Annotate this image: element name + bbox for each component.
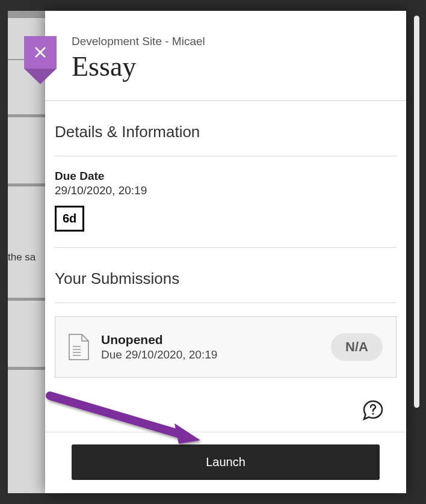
background-row — [8, 370, 45, 493]
panel-footer: Launch — [45, 432, 406, 493]
background-row — [8, 117, 45, 183]
assignment-panel: Development Site - Micael Essay Details … — [45, 11, 406, 493]
help-icon — [362, 399, 384, 422]
close-button[interactable] — [24, 36, 57, 69]
site-name: Development Site - Micael — [72, 35, 380, 48]
document-icon — [69, 334, 89, 360]
submission-info: Unopened Due 29/10/2020, 20:19 — [101, 333, 319, 361]
panel-header: Development Site - Micael Essay — [45, 11, 406, 101]
scrollbar[interactable] — [414, 16, 419, 408]
submission-card[interactable]: Unopened Due 29/10/2020, 20:19 N/A — [55, 316, 397, 378]
submissions-section-title: Your Submissions — [55, 248, 397, 303]
days-remaining-badge: 6d — [55, 206, 84, 232]
page-title: Essay — [72, 51, 380, 82]
details-section-title: Details & Information — [55, 101, 397, 156]
panel-content: Details & Information Due Date 29/10/202… — [45, 101, 406, 432]
grade-pill: N/A — [331, 333, 383, 361]
launch-button[interactable]: Launch — [72, 444, 380, 480]
background-row — [8, 301, 45, 367]
background-text: the sa — [8, 250, 45, 265]
help-button[interactable] — [362, 399, 384, 422]
svg-point-4 — [372, 413, 374, 414]
due-date-value: 29/10/2020, 20:19 — [55, 184, 397, 197]
background-row — [8, 186, 45, 298]
submission-status: Unopened — [101, 333, 319, 347]
submission-due-text: Due 29/10/2020, 20:19 — [101, 348, 319, 361]
due-date-label: Due Date — [55, 170, 397, 183]
close-icon — [33, 45, 48, 60]
